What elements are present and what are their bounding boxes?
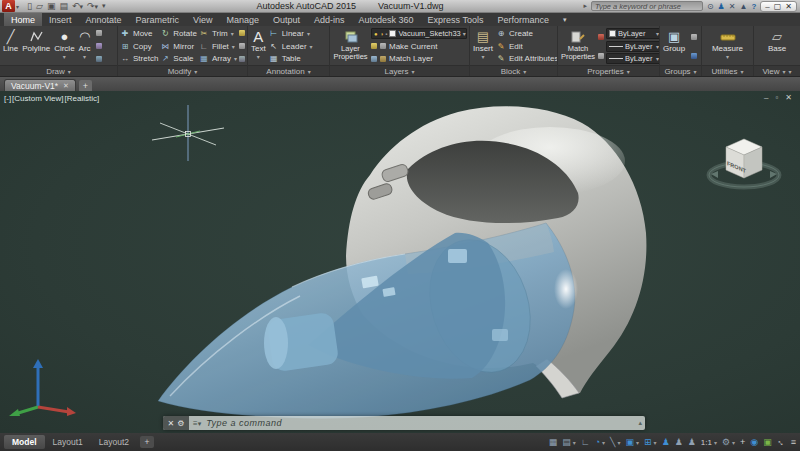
copy-button[interactable]: ⊞Copy: [120, 41, 158, 52]
tab-express-tools[interactable]: Express Tools: [421, 13, 491, 26]
command-prompt[interactable]: Type a command: [206, 418, 282, 428]
autoscale-annotation-icon[interactable]: ♟: [675, 437, 683, 447]
erase-tool-icon[interactable]: [239, 30, 245, 36]
redo-icon[interactable]: ↷▾: [87, 1, 98, 11]
object-color-dropdown[interactable]: ByLayer ▾: [606, 28, 660, 39]
color-list-icon[interactable]: [598, 34, 604, 40]
panel-label-layers[interactable]: Layers▾: [330, 65, 469, 76]
add-cleanup-icon[interactable]: +: [740, 437, 745, 447]
mirror-button[interactable]: ⋈Mirror: [160, 41, 197, 52]
tab-home[interactable]: Home: [4, 13, 42, 26]
linetype-dropdown[interactable]: ByLayer ▾: [606, 53, 660, 64]
tab-model[interactable]: Model: [4, 435, 45, 449]
isolate-objects-icon[interactable]: ▣: [763, 437, 772, 447]
panel-label-modify[interactable]: Modify▾: [118, 65, 247, 76]
3d-object-snap-icon[interactable]: ⊞: [644, 437, 652, 447]
tab-performance[interactable]: Performance: [490, 13, 556, 26]
close-tab-icon[interactable]: ✕: [63, 82, 69, 90]
open-folder-icon[interactable]: ▱: [36, 1, 43, 11]
circle-button[interactable]: ● Circle▾: [53, 27, 75, 65]
snap-mode-icon[interactable]: ▤: [562, 437, 571, 447]
chevron-down-icon[interactable]: ▾: [232, 43, 235, 50]
panel-label-properties[interactable]: Properties▾: [558, 65, 659, 76]
match-layer-button[interactable]: Match Layer: [371, 53, 467, 64]
lineweight-dropdown[interactable]: ByLayer ▾: [606, 41, 660, 52]
drawing-minimize-icon[interactable]: –: [764, 93, 768, 102]
ortho-mode-icon[interactable]: ∟: [581, 437, 590, 447]
viewcube[interactable]: FRONT: [702, 123, 786, 199]
layer-dropdown[interactable]: ● ◑ ▪ Vacuum_Sketch33 ▾: [371, 28, 467, 39]
arc-button[interactable]: ◠ Arc▾: [78, 27, 92, 65]
sign-in-user-icon[interactable]: ♟: [718, 2, 725, 11]
panel-label-block[interactable]: Block▾: [470, 65, 557, 76]
chevron-down-icon[interactable]: ▾: [654, 439, 657, 446]
clean-screen-icon[interactable]: ↔: [775, 435, 788, 448]
group-edit-tool-icon[interactable]: [691, 53, 697, 59]
create-block-button[interactable]: ⊕Create: [496, 28, 558, 39]
line-button[interactable]: ╱ Line: [2, 27, 19, 65]
recent-commands-icon[interactable]: ≡▾: [193, 419, 201, 428]
save-icon[interactable]: ▣: [47, 1, 56, 11]
ellipse-tool-icon[interactable]: [96, 43, 102, 49]
linetype-list-icon[interactable]: [598, 53, 604, 59]
chevron-down-icon[interactable]: ▾: [618, 439, 621, 446]
make-current-button[interactable]: Make Current: [371, 41, 467, 52]
qat-customize-caret-icon[interactable]: ▾: [102, 2, 106, 10]
isometric-drafting-icon[interactable]: ╲: [610, 437, 615, 447]
viewport-menu-control[interactable]: [-]: [4, 94, 11, 103]
exchange-apps-icon[interactable]: ✕: [729, 2, 736, 11]
search-scope-caret-icon[interactable]: ▸: [583, 2, 587, 10]
chevron-down-icon[interactable]: ▾: [602, 439, 605, 446]
drawing-close-icon[interactable]: ✕: [785, 93, 792, 102]
minimize-icon[interactable]: –: [765, 2, 769, 11]
help-icon[interactable]: ?: [751, 2, 756, 11]
panel-label-annotation[interactable]: Annotation▾: [248, 65, 329, 76]
chevron-down-icon[interactable]: ▾: [726, 53, 729, 61]
new-layout-button[interactable]: +: [140, 436, 154, 448]
tab-manage[interactable]: Manage: [219, 13, 266, 26]
undo-caret-icon[interactable]: ▾: [79, 3, 83, 10]
polar-tracking-icon[interactable]: ◔: [595, 437, 600, 447]
layer-properties-button[interactable]: Layer Properties: [332, 27, 369, 65]
array-button[interactable]: ▦Array ▾: [199, 53, 237, 64]
match-properties-button[interactable]: Match Properties: [560, 27, 596, 65]
annotation-visibility-icon[interactable]: ♟: [662, 437, 670, 447]
chevron-down-icon[interactable]: ▾: [656, 43, 659, 50]
tab-layout1[interactable]: Layout1: [45, 435, 91, 449]
annotation-monitor-icon[interactable]: ♟: [688, 437, 696, 447]
viewport-canvas[interactable]: [-] [Custom View] [Realistic] – ▫ ✕ FRON…: [0, 91, 800, 433]
chevron-down-icon[interactable]: ▾: [83, 53, 86, 61]
chevron-down-icon[interactable]: ▾: [234, 55, 237, 62]
chevron-down-icon[interactable]: ▾: [310, 43, 313, 50]
autocad-logo[interactable]: A: [2, 0, 15, 12]
command-history-up-icon[interactable]: ▴: [638, 419, 642, 427]
tab-autodesk-360[interactable]: Autodesk 360: [352, 13, 421, 26]
drawing-tab-active[interactable]: Vacuum-V1* ✕: [4, 79, 76, 91]
new-file-icon[interactable]: ▯: [27, 1, 32, 11]
tab-parametric[interactable]: Parametric: [129, 13, 187, 26]
panel-label-groups[interactable]: Groups▾: [660, 65, 701, 76]
visual-style-control[interactable]: [Realistic]: [65, 94, 100, 103]
leader-button[interactable]: ↖Leader ▾: [269, 41, 313, 52]
measure-button[interactable]: Measure▾: [711, 27, 744, 65]
tab-add-ins[interactable]: Add-ins: [307, 13, 352, 26]
command-customize-wrench-icon[interactable]: ⚙: [177, 419, 184, 428]
text-button[interactable]: A Text▾: [250, 27, 267, 65]
undo-icon[interactable]: ↶▾: [72, 1, 83, 11]
scale-button[interactable]: ↗Scale: [160, 53, 197, 64]
ungroup-tool-icon[interactable]: [691, 34, 697, 40]
chevron-down-icon[interactable]: ▾: [307, 30, 310, 37]
plot-icon[interactable]: ▤: [59, 1, 68, 11]
drawing-restore-icon[interactable]: ▫: [775, 93, 778, 102]
panel-label-view[interactable]: View▾ ▾: [754, 65, 800, 76]
fillet-button[interactable]: ∟Fillet ▾: [199, 41, 237, 52]
object-snap-icon[interactable]: ▣: [626, 437, 635, 447]
command-close-icon[interactable]: ✕: [168, 419, 175, 428]
redo-caret-icon[interactable]: ▾: [95, 3, 99, 10]
annotation-scale-value[interactable]: 1:1: [701, 438, 712, 447]
panel-overflow-caret-icon[interactable]: ▾: [789, 68, 792, 75]
panel-label-draw[interactable]: Draw▾: [0, 65, 117, 76]
panel-label-utilities[interactable]: Utilities▾: [702, 65, 753, 76]
workspace-switching-gear-icon[interactable]: ⚙: [722, 437, 730, 447]
new-drawing-tab-button[interactable]: +: [79, 80, 92, 91]
